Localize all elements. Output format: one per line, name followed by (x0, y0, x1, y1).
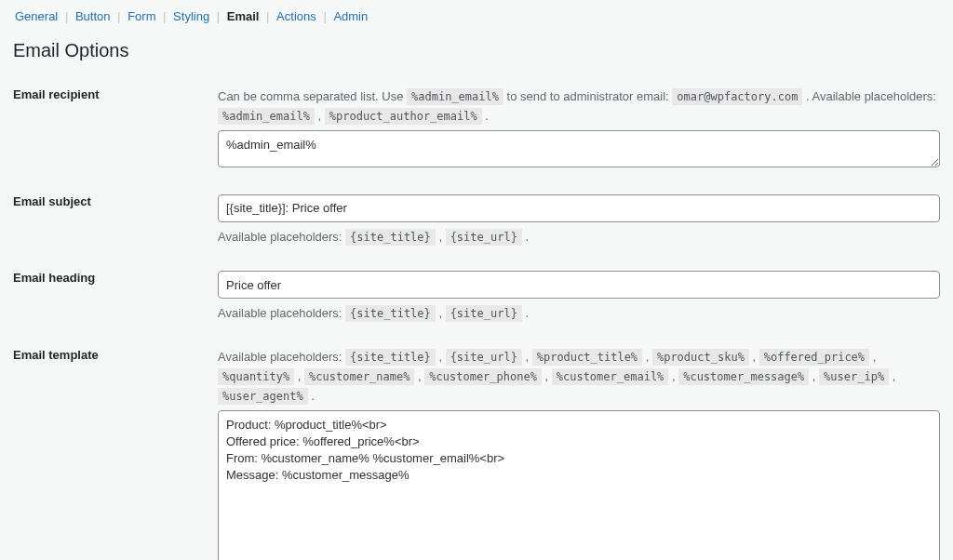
tab-actions[interactable]: Actions (275, 9, 318, 23)
tab-separator: | (65, 9, 68, 23)
page-title: Email Options (13, 40, 940, 61)
label-email-subject: Email subject (13, 194, 218, 208)
code-placeholder: {site_title} (345, 349, 436, 366)
tab-separator: | (266, 9, 269, 23)
tab-general[interactable]: General (13, 9, 60, 23)
code-placeholder: {site_url} (446, 349, 522, 366)
code-placeholder: %admin_email% (218, 108, 315, 125)
code-admin-email: omar@wpfactory.com (672, 88, 802, 105)
desc-email-recipient: Can be comma separated list. Use %admin_… (218, 87, 940, 127)
settings-tabs: General | Button | Form | Styling | Emai… (13, 9, 940, 23)
tab-styling[interactable]: Styling (171, 9, 211, 23)
email-template-input[interactable]: Product: %product_title%<br> Offered pri… (218, 410, 940, 560)
desc-email-heading: Available placeholders: {site_title} , {… (218, 304, 940, 324)
code-placeholder: %product_title% (532, 349, 642, 366)
tab-separator: | (163, 9, 166, 23)
tab-separator: | (217, 9, 220, 23)
code-placeholder: %offered_price% (759, 349, 869, 366)
code-placeholder: %customer_message% (678, 368, 809, 385)
code-placeholder: %product_author_email% (325, 108, 482, 125)
row-email-subject: Email subject Available placeholders: {s… (13, 194, 940, 247)
code-placeholder: %user_agent% (218, 388, 308, 405)
tab-button[interactable]: Button (74, 9, 113, 23)
code-placeholder: {site_url} (446, 305, 522, 322)
label-email-recipient: Email recipient (13, 87, 218, 101)
code-placeholder: %customer_email% (552, 368, 669, 385)
tab-separator: | (323, 9, 326, 23)
code-placeholder: %customer_name% (304, 368, 414, 385)
tab-separator: | (117, 9, 120, 23)
tab-form[interactable]: Form (126, 9, 157, 23)
row-email-recipient: Email recipient Can be comma separated l… (13, 87, 940, 170)
code-placeholder: {site_title} (345, 229, 436, 246)
code-placeholder: %admin_email% (407, 88, 503, 105)
code-placeholder: %customer_phone% (424, 368, 542, 385)
email-heading-input[interactable] (218, 271, 940, 299)
desc-email-subject: Available placeholders: {site_title} , {… (218, 228, 940, 247)
email-recipient-input[interactable]: %admin_email% (218, 130, 940, 167)
label-email-template: Email template (13, 348, 218, 362)
code-placeholder: {site_title} (345, 305, 436, 322)
label-email-heading: Email heading (13, 271, 218, 285)
email-subject-input[interactable] (218, 194, 940, 222)
code-placeholder: %quantity% (218, 368, 294, 385)
code-placeholder: {site_url} (446, 229, 522, 246)
code-placeholder: %product_sku% (652, 349, 749, 366)
row-email-heading: Email heading Available placeholders: {s… (13, 271, 940, 324)
tab-email[interactable]: Email (225, 9, 262, 23)
tab-admin[interactable]: Admin (331, 9, 369, 23)
desc-email-template: Available placeholders: {site_title} , {… (218, 348, 940, 406)
row-email-template: Email template Available placeholders: {… (13, 348, 940, 560)
code-placeholder: %user_ip% (819, 368, 889, 385)
